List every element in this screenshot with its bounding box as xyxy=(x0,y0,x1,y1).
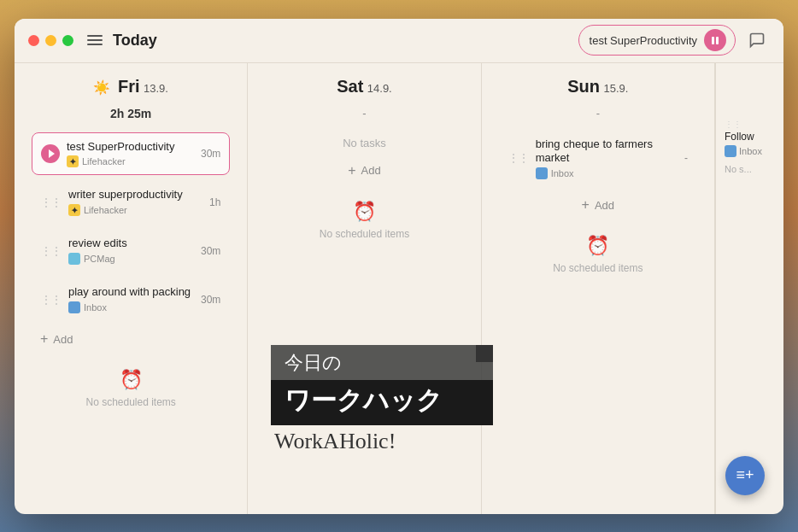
clock-icon: ⏰ xyxy=(586,235,609,257)
overlay-banner: 今日の ワークハック WorkAHolic! xyxy=(271,345,493,454)
task-name: bring cheque to farmers market xyxy=(536,137,678,167)
sunday-add-button[interactable]: + Add xyxy=(499,192,697,218)
fab-icon: ≡+ xyxy=(736,466,754,484)
task-name: review edits xyxy=(68,237,194,251)
saturday-no-scheduled: ⏰ No scheduled items xyxy=(265,201,463,240)
task-info: test SuperProductivity ✦ Lifehacker xyxy=(67,140,194,168)
play-button[interactable] xyxy=(41,144,60,163)
friday-task-4[interactable]: ⋮⋮ play around with packing Inbox 30m xyxy=(32,278,230,321)
partial-column: ⋮⋮ Follow Inbox No s... xyxy=(715,63,783,514)
pcmag-icon xyxy=(68,253,80,265)
sunday-header: Sun 15.9. xyxy=(499,77,697,96)
no-scheduled-text: No scheduled items xyxy=(85,396,175,408)
task-duration: 1h xyxy=(209,196,220,208)
fab-button[interactable]: ≡+ xyxy=(725,456,765,495)
task-duration: 30m xyxy=(201,294,220,306)
friday-column: ☀️ Fri 13.9. 2h 25m test SuperProductivi… xyxy=(15,63,248,514)
clock-icon: ⏰ xyxy=(353,201,376,223)
drag-handle-icon: ⋮⋮ xyxy=(41,245,62,257)
source-label: PCMag xyxy=(84,254,115,264)
task-name: test SuperProductivity xyxy=(67,140,194,155)
titlebar: Today test SuperProductivity xyxy=(15,19,783,63)
lifehacker-icon: ✦ xyxy=(68,204,80,216)
saturday-date: 14.9. xyxy=(367,82,392,95)
drag-handle-icon: ⋮⋮ xyxy=(508,152,529,164)
friday-no-scheduled: ⏰ No scheduled items xyxy=(32,369,230,408)
sun-icon: ☀️ xyxy=(93,79,110,96)
task-info: writer superproductivity ✦ Lifehacker xyxy=(68,188,202,216)
task-source: PCMag xyxy=(68,253,194,265)
source-label: Inbox xyxy=(551,168,574,178)
source-label: Lifehacker xyxy=(84,205,127,215)
friday-task-3[interactable]: ⋮⋮ review edits PCMag 30m xyxy=(32,229,230,272)
banner-line2: ワークハック xyxy=(285,386,443,414)
no-scheduled-partial: No s... xyxy=(725,164,775,174)
banner-signature: WorkAHolic! xyxy=(271,429,493,454)
inbox-icon xyxy=(68,301,80,313)
inbox-icon xyxy=(536,167,548,179)
banner-top: 今日の xyxy=(271,345,493,380)
drag-handle-icon: ⋮⋮ xyxy=(41,196,62,208)
banner-line1: 今日の xyxy=(285,352,342,373)
no-scheduled-text: No scheduled items xyxy=(320,228,409,240)
follow-source: Inbox xyxy=(725,145,775,157)
friday-task-2[interactable]: ⋮⋮ writer superproductivity ✦ Lifehacker… xyxy=(32,180,230,224)
plus-icon: + xyxy=(348,163,355,178)
task-info: play around with packing Inbox xyxy=(68,285,194,313)
friday-day-name: Fri xyxy=(118,77,140,96)
friday-header: ☀️ Fri 13.9. xyxy=(32,77,230,96)
hamburger-icon[interactable] xyxy=(87,35,103,45)
task-info: review edits PCMag xyxy=(68,237,194,265)
clock-icon: ⏰ xyxy=(120,369,143,391)
task-info: bring cheque to farmers market Inbox xyxy=(536,137,678,180)
minimize-button[interactable] xyxy=(45,35,56,46)
follow-task-name: Follow xyxy=(725,131,775,143)
close-button[interactable] xyxy=(28,35,39,46)
sunday-task-1[interactable]: ⋮⋮ bring cheque to farmers market Inbox … xyxy=(499,130,697,188)
task-duration: - xyxy=(684,152,688,164)
drag-handle-icon: ⋮⋮ xyxy=(41,294,62,306)
page-title: Today xyxy=(113,32,578,50)
friday-task-1[interactable]: test SuperProductivity ✦ Lifehacker 30m xyxy=(32,132,230,176)
timer-badge[interactable]: test SuperProductivity xyxy=(578,25,736,56)
friday-add-button[interactable]: + Add xyxy=(32,326,230,352)
saturday-dash: - xyxy=(265,107,463,120)
sunday-day-name: Sun xyxy=(567,77,600,96)
saturday-day-name: Sat xyxy=(337,77,363,96)
task-source: ✦ Lifehacker xyxy=(67,155,194,167)
add-label: Add xyxy=(53,333,73,346)
add-label: Add xyxy=(361,164,381,177)
plus-icon: + xyxy=(40,331,48,347)
inbox-icon xyxy=(725,145,736,157)
no-scheduled-text: No scheduled items xyxy=(553,262,643,274)
banner-square xyxy=(476,345,493,362)
add-label: Add xyxy=(595,199,614,212)
pause-icon xyxy=(711,36,719,44)
play-icon xyxy=(49,149,55,158)
task-source: ✦ Lifehacker xyxy=(68,204,202,216)
lifehacker-icon: ✦ xyxy=(67,155,79,167)
banner-bottom: ワークハック xyxy=(271,380,493,425)
app-window: Today test SuperProductivity xyxy=(15,19,783,514)
task-name: play around with packing xyxy=(68,285,194,300)
sunday-dash: - xyxy=(499,107,697,120)
maximize-button[interactable] xyxy=(62,35,73,46)
task-name: writer superproductivity xyxy=(68,188,202,202)
sunday-date: 15.9. xyxy=(603,82,628,95)
drag-handle-icon: ⋮⋮ xyxy=(725,120,742,129)
sunday-column: Sun 15.9. - ⋮⋮ bring cheque to farmers m… xyxy=(482,63,715,514)
saturday-add-button[interactable]: + Add xyxy=(265,158,463,184)
source-label: Lifehacker xyxy=(82,156,126,167)
source-label: Inbox xyxy=(84,302,107,313)
header-right: test SuperProductivity xyxy=(578,25,770,56)
partial-task: ⋮⋮ Follow Inbox xyxy=(725,115,775,157)
pause-button[interactable] xyxy=(704,29,726,51)
saturday-header: Sat 14.9. xyxy=(265,77,463,96)
task-source: Inbox xyxy=(536,167,678,179)
traffic-lights xyxy=(28,35,73,46)
friday-total-time: 2h 25m xyxy=(32,107,230,120)
saturday-no-tasks: No tasks xyxy=(265,137,463,149)
chat-icon[interactable] xyxy=(744,27,770,53)
friday-date: 13.9. xyxy=(144,82,168,95)
task-duration: 30m xyxy=(201,245,220,257)
